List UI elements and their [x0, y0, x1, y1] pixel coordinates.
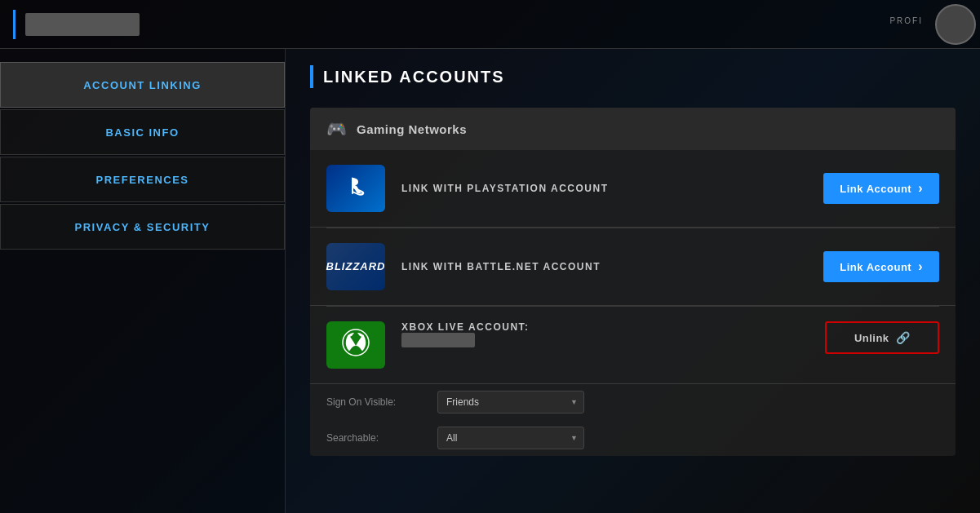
- searchable-wrapper: All Friends No One: [437, 427, 584, 449]
- sidebar-item-privacy-security[interactable]: PRIVACY & SECURITY: [0, 204, 285, 250]
- gaming-networks-card: 🎮 Gaming Networks LINK WITH PLAYSTATION: [310, 108, 956, 456]
- top-bar: PROFI: [0, 0, 980, 49]
- sidebar-item-account-linking-label: ACCOUNT LINKING: [83, 79, 202, 91]
- xbox-unlink-label: Unlink: [854, 332, 889, 344]
- sidebar-item-basic-info[interactable]: BASIC INFO: [0, 109, 285, 155]
- battlenet-arrow-icon: ›: [918, 259, 923, 274]
- sidebar-item-account-linking[interactable]: ACCOUNT LINKING: [0, 62, 285, 108]
- battlenet-link-label: Link Account: [840, 261, 911, 273]
- sidebar-item-preferences-label: PREFERENCES: [95, 174, 188, 186]
- sign-on-visible-wrapper: Friends Everyone No One: [437, 391, 584, 413]
- username-bar: [25, 13, 140, 36]
- xbox-logo: [326, 321, 385, 369]
- xbox-row: XBOX LIVE ACCOUNT: Unlink 🔗: [310, 307, 956, 384]
- blizzard-logo: BLIZZARD: [326, 243, 385, 290]
- main-layout: ACCOUNT LINKING BASIC INFO PREFERENCES P…: [0, 49, 980, 513]
- page-title-bar: LINKED ACCOUNTS: [310, 65, 956, 88]
- page-title-indicator: [310, 65, 313, 88]
- xbox-account-value: [401, 333, 475, 347]
- playstation-logo: [326, 165, 385, 212]
- searchable-row: Searchable: All Friends No One: [310, 420, 956, 456]
- playstation-row: LINK WITH PLAYSTATION ACCOUNT Link Accou…: [310, 150, 956, 228]
- sidebar-item-privacy-security-label: PRIVACY & SECURITY: [75, 221, 211, 233]
- battlenet-row: BLIZZARD LINK WITH BATTLE.NET ACCOUNT Li…: [310, 228, 956, 306]
- sidebar: ACCOUNT LINKING BASIC INFO PREFERENCES P…: [0, 49, 286, 513]
- xbox-icon: [341, 328, 370, 363]
- playstation-icon: [340, 170, 371, 207]
- playstation-arrow-icon: ›: [918, 181, 923, 196]
- xbox-account-info: XBOX LIVE ACCOUNT:: [401, 321, 809, 351]
- card-header: 🎮 Gaming Networks: [310, 108, 956, 150]
- profile-avatar[interactable]: [935, 4, 976, 45]
- top-bar-indicator: [13, 10, 16, 39]
- content-area: LINKED ACCOUNTS 🎮 Gaming Networks: [286, 49, 980, 513]
- sign-on-visible-select[interactable]: Friends Everyone No One: [437, 391, 584, 413]
- profile-label: PROFI: [889, 16, 923, 25]
- sign-on-visible-row: Sign On Visible: Friends Everyone No One: [310, 384, 956, 420]
- playstation-label: LINK WITH PLAYSTATION ACCOUNT: [401, 183, 807, 194]
- searchable-label: Searchable:: [326, 432, 424, 444]
- gaming-networks-title: Gaming Networks: [357, 122, 467, 136]
- sidebar-item-preferences[interactable]: PREFERENCES: [0, 157, 285, 202]
- xbox-unlink-button[interactable]: Unlink 🔗: [825, 321, 939, 354]
- battlenet-link-button[interactable]: Link Account ›: [823, 251, 939, 282]
- gamepad-icon: 🎮: [326, 119, 347, 139]
- searchable-select[interactable]: All Friends No One: [437, 427, 584, 449]
- sign-on-visible-label: Sign On Visible:: [326, 396, 424, 408]
- playstation-link-button[interactable]: Link Account ›: [823, 173, 939, 204]
- blizzard-icon: BLIZZARD: [326, 260, 386, 273]
- xbox-label: XBOX LIVE ACCOUNT:: [401, 321, 809, 333]
- sidebar-item-basic-info-label: BASIC INFO: [105, 126, 179, 139]
- unlink-chain-icon: 🔗: [896, 331, 911, 344]
- battlenet-label: LINK WITH BATTLE.NET ACCOUNT: [401, 261, 807, 272]
- playstation-link-label: Link Account: [840, 183, 911, 195]
- page-title: LINKED ACCOUNTS: [323, 68, 505, 86]
